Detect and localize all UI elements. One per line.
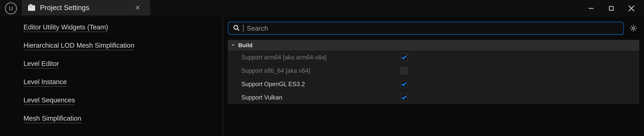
search-row (228, 22, 639, 35)
prop-row-support-vulkan: Support Vulkan (228, 91, 639, 104)
settings-gear-button[interactable] (628, 22, 639, 34)
prop-row-support-x86-64: Support x86_64 [aka x64] (228, 64, 639, 78)
prop-label: Support OpenGL ES3.2 (228, 81, 391, 88)
checkbox-support-opengl[interactable] (400, 80, 408, 88)
prop-row-support-arm64: Support arm64 [aka arm64-v8a] (228, 51, 639, 64)
titlebar: U Project Settings (0, 0, 644, 17)
sidebar-item-mesh-simplification[interactable]: Mesh Simplification (24, 115, 82, 123)
ue-logo-icon: U (5, 2, 17, 14)
sidebar-item-hierarchical-lod[interactable]: Hierarchical LOD Mesh Simplification (24, 42, 134, 50)
sidebar-item-level-editor[interactable]: Level Editor (24, 60, 59, 68)
minimize-button[interactable] (587, 4, 595, 12)
tab-title: Project Settings (40, 4, 89, 12)
search-input[interactable] (247, 25, 619, 32)
checkbox-support-vulkan[interactable] (400, 94, 408, 101)
prop-label: Support arm64 [aka arm64-v8a] (228, 54, 391, 61)
prop-label: Support x86_64 [aka x64] (228, 67, 391, 74)
section-header-label: Build (238, 42, 252, 49)
window-close-button[interactable] (627, 4, 636, 12)
sidebar-item-level-sequences[interactable]: Level Sequences (24, 96, 75, 105)
svg-rect-14 (609, 6, 613, 10)
search-icon (233, 25, 240, 32)
sidebar-item-level-instance[interactable]: Level Instance (24, 78, 67, 87)
svg-point-19 (632, 27, 634, 29)
search-box[interactable] (228, 22, 624, 35)
svg-point-2 (30, 5, 32, 7)
gear-box-icon (27, 3, 36, 12)
sidebar: Editor Utility Widgets (Team) Hierarchic… (0, 17, 223, 136)
svg-line-10 (29, 7, 30, 8)
maximize-button[interactable] (607, 4, 616, 12)
close-icon[interactable] (134, 4, 142, 12)
checkbox-support-x86-64[interactable] (400, 67, 408, 74)
section-header-build[interactable]: Build (228, 40, 639, 51)
window-controls (587, 0, 644, 17)
tab-project-settings[interactable]: Project Settings (22, 0, 150, 15)
svg-line-8 (32, 7, 32, 8)
main-panel: Build Support arm64 [aka arm64-v8a] Supp… (223, 17, 644, 136)
svg-line-9 (32, 5, 32, 5)
chevron-down-icon (231, 43, 235, 47)
prop-row-support-opengl: Support OpenGL ES3.2 (228, 78, 639, 91)
text-cursor (243, 25, 244, 32)
svg-line-18 (238, 29, 239, 30)
prop-label: Support Vulkan (228, 94, 391, 101)
svg-line-7 (29, 5, 30, 5)
sidebar-item-editor-utility-widgets[interactable]: Editor Utility Widgets (Team) (24, 23, 108, 32)
app-logo: U (0, 0, 22, 17)
checkbox-support-arm64[interactable] (400, 54, 408, 61)
content: Editor Utility Widgets (Team) Hierarchic… (0, 17, 644, 136)
